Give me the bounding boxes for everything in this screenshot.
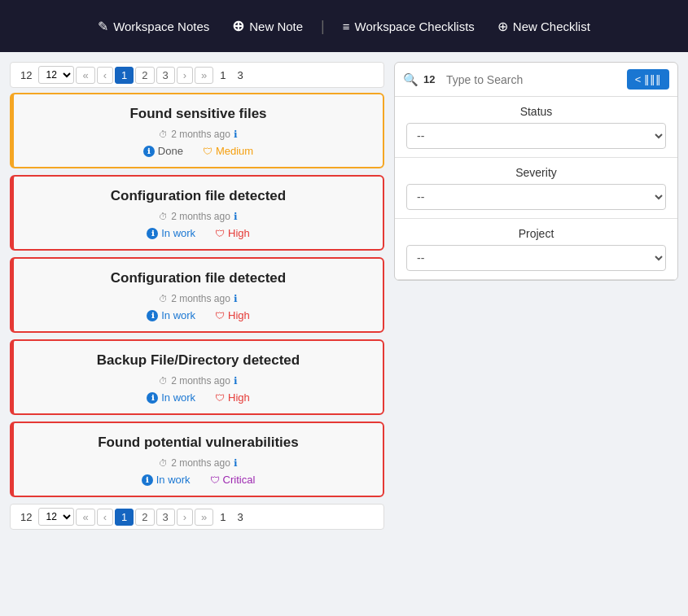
top-pagination: 12 5 12 25 50 « ‹ 1 2 3 › » 1 3 [10, 62, 384, 88]
note-meta-3: ⏱ 2 months ago ℹ [27, 293, 370, 304]
note-tags-4: ℹ In work 🛡 High [27, 391, 370, 404]
project-filter-section: Project -- [395, 219, 677, 280]
last-page-btn[interactable]: » [195, 67, 213, 84]
notes-column: 12 5 12 25 50 « ‹ 1 2 3 › » 1 3 Found se… [10, 62, 384, 535]
note-time-3: 2 months ago [171, 293, 230, 304]
bottom-page-3-btn[interactable]: 3 [156, 509, 175, 526]
note-tags-2: ℹ In work 🛡 High [27, 227, 370, 239]
note-severity-3: 🛡 High [215, 309, 250, 321]
note-tags-5: ℹ In work 🛡 Critical [27, 474, 370, 486]
status-dot-5: ℹ [142, 474, 153, 486]
filter-toggle-btn[interactable]: < ‖‖‖ [627, 69, 669, 90]
note-meta-1: ⏱ 2 months ago ℹ [27, 129, 370, 140]
clock-icon-1: ⏱ [159, 129, 168, 139]
note-meta-4: ⏱ 2 months ago ℹ [27, 375, 370, 387]
bottom-per-page-select[interactable]: 5 12 25 50 [38, 508, 74, 526]
bottom-prev-page-btn[interactable]: ‹ [97, 509, 113, 526]
page-2-btn[interactable]: 2 [135, 67, 154, 84]
clock-icon-5: ⏱ [159, 458, 168, 468]
severity-filter-label: Severity [406, 166, 666, 179]
notes-list: Found sensitive files ⏱ 2 months ago ℹ ℹ… [10, 93, 384, 497]
clock-icon-3: ⏱ [159, 294, 168, 304]
workspace-checklists-nav[interactable]: ≡ Workspace Checklists [335, 15, 483, 38]
plus-circle-icon: ⊕ [497, 19, 508, 34]
edit-icon: ✎ [98, 19, 108, 34]
page-1-btn[interactable]: 1 [115, 67, 134, 84]
page-3-btn[interactable]: 3 [156, 67, 175, 84]
search-input[interactable] [446, 73, 622, 86]
shield-icon-5: 🛡 [210, 474, 220, 486]
bottom-page-info-2: 3 [233, 509, 248, 525]
search-result-count: 12 [423, 73, 441, 85]
note-card-4[interactable]: Backup File/Directory detected ⏱ 2 month… [10, 339, 384, 415]
status-dot-3: ℹ [147, 310, 158, 321]
per-page-display: 12 [15, 68, 37, 83]
shield-icon-3: 🛡 [215, 310, 225, 321]
note-card-5[interactable]: Found potential vulnerabilities ⏱ 2 mont… [10, 422, 384, 497]
new-checklist-nav[interactable]: ⊕ New Checklist [489, 14, 598, 39]
bottom-pagination: 12 5 12 25 50 « ‹ 1 2 3 › » 1 3 [10, 504, 384, 530]
note-status-1: ℹ Done [143, 145, 183, 157]
bottom-last-page-btn[interactable]: » [195, 509, 213, 526]
status-filter-label: Status [406, 105, 666, 118]
note-severity-5: 🛡 Critical [210, 474, 256, 486]
shield-icon-2: 🛡 [215, 228, 225, 239]
nav-divider: | [321, 18, 325, 35]
note-status-3: ℹ In work [147, 309, 195, 321]
info-icon-3: ℹ [234, 293, 238, 304]
note-meta-5: ⏱ 2 months ago ℹ [27, 457, 370, 469]
search-bar: 🔍 12 < ‖‖‖ [395, 63, 677, 97]
status-filter-section: Status -- Done In work [395, 97, 677, 158]
first-page-btn[interactable]: « [76, 67, 94, 84]
status-dot-2: ℹ [147, 228, 158, 239]
status-filter-select[interactable]: -- Done In work [406, 123, 666, 149]
workspace-notes-label: Workspace Notes [113, 20, 209, 33]
search-icon: 🔍 [403, 72, 418, 87]
note-severity-4: 🛡 High [215, 391, 250, 404]
note-severity-1: 🛡 Medium [203, 145, 253, 157]
note-status-4: ℹ In work [147, 391, 195, 404]
note-time-1: 2 months ago [171, 129, 230, 140]
note-meta-2: ⏱ 2 months ago ℹ [27, 211, 370, 222]
severity-filter-select[interactable]: -- Low Medium High Critical [406, 184, 666, 210]
top-navigation: ✎ Workspace Notes ⊕ New Note | ≡ Workspa… [0, 0, 688, 52]
bottom-next-page-btn[interactable]: › [177, 509, 193, 526]
note-time-2: 2 months ago [171, 211, 230, 222]
per-page-select[interactable]: 5 12 25 50 [38, 66, 74, 84]
bottom-page-2-btn[interactable]: 2 [135, 509, 154, 526]
plus-icon: ⊕ [232, 17, 244, 35]
workspace-checklists-label: Workspace Checklists [355, 20, 475, 33]
bottom-page-1-btn[interactable]: 1 [115, 509, 134, 526]
new-note-label: New Note [249, 20, 303, 33]
clock-icon-4: ⏱ [159, 376, 168, 386]
sliders-icon: < ‖‖‖ [635, 73, 661, 85]
note-time-5: 2 months ago [171, 457, 230, 469]
note-title-4: Backup File/Directory detected [27, 352, 370, 369]
note-title-1: Found sensitive files [27, 106, 370, 122]
next-page-btn[interactable]: › [177, 67, 193, 84]
prev-page-btn[interactable]: ‹ [97, 67, 113, 84]
status-dot-4: ℹ [147, 392, 158, 404]
new-note-nav[interactable]: ⊕ New Note [224, 12, 311, 40]
note-title-3: Configuration file detected [27, 270, 370, 286]
note-time-4: 2 months ago [171, 375, 230, 387]
clock-icon-2: ⏱ [159, 212, 168, 221]
page-info-2: 3 [233, 68, 248, 83]
info-icon-5: ℹ [234, 457, 238, 469]
info-icon-2: ℹ [234, 211, 238, 222]
shield-icon-1: 🛡 [203, 146, 213, 157]
status-dot-1: ℹ [143, 146, 155, 157]
note-card-1[interactable]: Found sensitive files ⏱ 2 months ago ℹ ℹ… [10, 93, 384, 168]
shield-icon-4: 🛡 [215, 392, 225, 404]
severity-filter-section: Severity -- Low Medium High Critical [395, 158, 677, 219]
note-card-3[interactable]: Configuration file detected ⏱ 2 months a… [10, 257, 384, 333]
list-icon: ≡ [343, 20, 350, 33]
project-filter-select[interactable]: -- [406, 245, 666, 271]
bottom-per-page-display: 12 [15, 509, 37, 525]
project-filter-label: Project [406, 227, 666, 240]
bottom-page-info-1: 1 [215, 509, 230, 525]
filter-panel: 🔍 12 < ‖‖‖ Status -- Done In work Severi… [394, 62, 678, 281]
workspace-notes-nav[interactable]: ✎ Workspace Notes [90, 14, 217, 39]
bottom-first-page-btn[interactable]: « [76, 509, 94, 526]
note-card-2[interactable]: Configuration file detected ⏱ 2 months a… [10, 175, 384, 251]
